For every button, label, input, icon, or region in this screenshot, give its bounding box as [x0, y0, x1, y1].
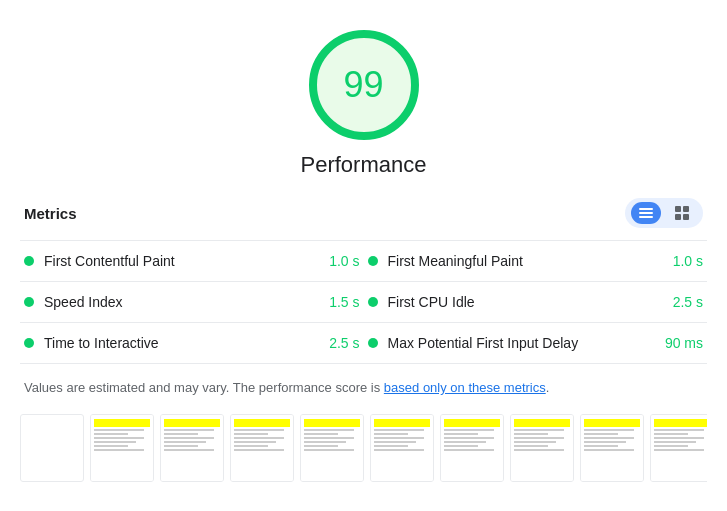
filmstrip-frame [300, 414, 364, 482]
metric-row: First Meaningful Paint 1.0 s [364, 241, 708, 282]
filmstrip-frame [510, 414, 574, 482]
disclaimer-text-before: Values are estimated and may vary. The p… [24, 380, 384, 395]
metrics-grid: First Contentful Paint 1.0 s First Meani… [20, 240, 707, 364]
score-section: 99 Performance [20, 20, 707, 178]
score-circle: 99 [309, 30, 419, 140]
metric-value: 2.5 s [673, 294, 703, 310]
svg-rect-1 [639, 212, 653, 214]
svg-rect-4 [683, 206, 689, 212]
filmstrip-frame [580, 414, 644, 482]
metric-value: 1.0 s [673, 253, 703, 269]
filmstrip-frame [440, 414, 504, 482]
metric-value: 1.0 s [329, 253, 359, 269]
list-view-button[interactable] [631, 202, 661, 224]
svg-rect-0 [639, 208, 653, 210]
metric-dot [368, 338, 378, 348]
metric-name: Speed Index [44, 294, 321, 310]
metric-row: First CPU Idle 2.5 s [364, 282, 708, 323]
metric-row: Speed Index 1.5 s [20, 282, 364, 323]
metric-dot [24, 256, 34, 266]
disclaimer-text-after: . [546, 380, 550, 395]
filmstrip-frame [20, 414, 84, 482]
svg-rect-6 [683, 214, 689, 220]
metric-name: First Contentful Paint [44, 253, 321, 269]
metric-value: 90 ms [665, 335, 703, 351]
metric-row: First Contentful Paint 1.0 s [20, 241, 364, 282]
metric-dot [24, 297, 34, 307]
disclaimer-link[interactable]: based only on these metrics [384, 380, 546, 395]
filmstrip-frame [160, 414, 224, 482]
svg-rect-5 [675, 214, 681, 220]
metric-dot [368, 256, 378, 266]
metric-dot [24, 338, 34, 348]
view-toggle [625, 198, 703, 228]
disclaimer: Values are estimated and may vary. The p… [20, 378, 707, 398]
metric-name: First Meaningful Paint [388, 253, 665, 269]
filmstrip-frame [230, 414, 294, 482]
metric-value: 1.5 s [329, 294, 359, 310]
metric-row: Time to Interactive 2.5 s [20, 323, 364, 364]
metric-name: Max Potential First Input Delay [388, 335, 657, 351]
score-label: Performance [301, 152, 427, 178]
metric-name: First CPU Idle [388, 294, 665, 310]
metrics-header: Metrics [20, 198, 707, 228]
filmstrip-frame [650, 414, 707, 482]
metric-name: Time to Interactive [44, 335, 321, 351]
filmstrip-frame [90, 414, 154, 482]
svg-rect-3 [675, 206, 681, 212]
filmstrip [20, 414, 707, 482]
metrics-title: Metrics [24, 205, 77, 222]
list-icon [639, 206, 653, 220]
svg-rect-2 [639, 216, 653, 218]
grid-icon [675, 206, 689, 220]
metric-row: Max Potential First Input Delay 90 ms [364, 323, 708, 364]
metric-value: 2.5 s [329, 335, 359, 351]
metric-dot [368, 297, 378, 307]
filmstrip-frame [370, 414, 434, 482]
grid-view-button[interactable] [667, 202, 697, 224]
score-value: 99 [343, 64, 383, 106]
